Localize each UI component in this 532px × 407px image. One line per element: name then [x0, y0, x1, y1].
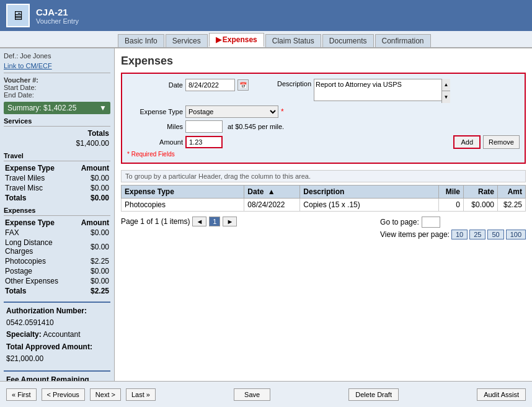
header: 🖥 CJA-21 Voucher Entry: [0, 0, 532, 31]
per-page-50[interactable]: 50: [487, 230, 503, 239]
header-icon: 🖥: [6, 4, 30, 27]
page-next-btn[interactable]: ►: [223, 217, 237, 226]
col-rate: Rate: [464, 186, 498, 199]
description-input[interactable]: Report to Attorney via USPS: [314, 79, 450, 101]
expenses-grid: Expense Type Date ▲ Description Mile Rat…: [121, 185, 526, 212]
row-amt: $2.25: [498, 199, 526, 212]
required-star: *: [281, 107, 284, 116]
per-page-100[interactable]: 100: [506, 230, 526, 239]
row-miles: 0: [439, 199, 464, 212]
row-expense-type: Photocopies: [122, 199, 244, 212]
header-titles: CJA-21 Voucher Entry: [36, 7, 79, 25]
desc-scroll-down[interactable]: ▼: [442, 91, 450, 103]
end-date: End Date:: [4, 91, 110, 99]
tab-basic-info[interactable]: Basic Info: [118, 34, 164, 47]
date-input[interactable]: [185, 79, 235, 91]
per-page-25[interactable]: 25: [469, 230, 485, 239]
save-button[interactable]: Save: [234, 388, 270, 401]
go-to-input[interactable]: [422, 217, 440, 228]
expenses-section: Expenses Expense Type Amount FAX$0.00 Lo…: [4, 207, 110, 297]
pagination: Page 1 of 1 (1 items) ◄ 1 ►: [121, 217, 237, 226]
miles-input[interactable]: [185, 120, 223, 133]
expense-type-label: Expense Type: [127, 108, 183, 115]
tab-confirmation[interactable]: Confirmation: [375, 34, 431, 47]
row-rate: $0.000: [464, 199, 498, 212]
row-date: 08/24/2022: [244, 199, 300, 212]
services-section: Services Totals $1,400.00: [4, 117, 110, 149]
page-title: Expenses: [121, 55, 526, 68]
expense-type-select[interactable]: Postage FAX Long Distance Charges Photoc…: [185, 105, 278, 118]
sidebar: Def.: Joe Jones Link to CM/ECF Voucher #…: [0, 48, 115, 381]
col-date[interactable]: Date ▲: [244, 186, 300, 199]
last-button[interactable]: Last »: [126, 388, 156, 401]
col-mile: Mile: [439, 186, 464, 199]
table-row: Photocopies 08/24/2022 Copies (15 x .15)…: [122, 199, 526, 212]
main-content: Expenses Date 📅 Description Report to At…: [115, 48, 532, 381]
col-description[interactable]: Description: [300, 186, 439, 199]
col-expense-type[interactable]: Expense Type: [122, 186, 244, 199]
delete-draft-button[interactable]: Delete Draft: [348, 388, 399, 401]
miles-label: Miles: [127, 123, 183, 130]
page-prev-btn[interactable]: ◄: [192, 217, 206, 226]
tab-documents[interactable]: Documents: [322, 34, 374, 47]
row-description: Copies (15 x .15): [300, 199, 439, 212]
required-note: * Required Fields: [127, 151, 520, 158]
app-subtitle: Voucher Entry: [36, 17, 79, 25]
add-button[interactable]: Add: [453, 135, 481, 149]
tab-services[interactable]: Services: [166, 34, 208, 47]
fee-box: Fee Amount Remaining After Approved and …: [4, 370, 110, 381]
travel-section: Travel Expense Type Amount Travel Miles …: [4, 152, 110, 204]
def-user: Def.: Joe Jones: [4, 52, 110, 60]
miles-rate-label: at $0.545 per mile.: [228, 123, 284, 130]
voucher-number: Voucher #:: [4, 76, 110, 84]
prev-button[interactable]: < Previous: [42, 388, 85, 401]
first-button[interactable]: « First: [6, 388, 37, 401]
auth-box: Authorization Number: 0542.0591410 Speci…: [4, 302, 110, 367]
amount-input[interactable]: [185, 136, 223, 148]
go-to-label: Go to page:: [380, 218, 419, 226]
bottom-nav: « First < Previous Next > Last » Save De…: [0, 381, 532, 407]
expense-form: Date 📅 Description Report to Attorney vi…: [121, 73, 526, 164]
page-1-btn[interactable]: 1: [209, 217, 220, 226]
tab-claim-status[interactable]: Claim Status: [265, 34, 321, 47]
amount-label: Amount: [127, 138, 183, 146]
col-amt: Amt: [498, 186, 526, 199]
link-ecf[interactable]: Link to CM/ECF: [4, 62, 110, 69]
calendar-icon[interactable]: 📅: [237, 79, 249, 91]
items-per-label: View items per page:: [380, 230, 450, 239]
pagination-text: Page 1 of 1 (1 items): [121, 217, 190, 226]
audit-assist-button[interactable]: Audit Assist: [477, 388, 526, 401]
date-label: Date: [127, 81, 183, 89]
next-button[interactable]: Next >: [90, 388, 121, 401]
sort-arrow: ▲: [268, 187, 275, 196]
per-page-10[interactable]: 10: [451, 230, 468, 239]
desc-scroll-up[interactable]: ▲: [442, 79, 450, 91]
grid-hint: To group by a particular Header, drag th…: [121, 170, 526, 182]
remove-button[interactable]: Remove: [483, 135, 520, 149]
app-name: CJA-21: [36, 7, 79, 17]
start-date: Start Date:: [4, 84, 110, 91]
tab-expenses[interactable]: ▶Expenses: [209, 33, 264, 47]
description-label: Description: [277, 79, 311, 87]
nav-tabs: Basic Info Services ▶Expenses Claim Stat…: [0, 31, 532, 48]
summary-box[interactable]: Summary: $1,402.25 ▼: [4, 102, 110, 114]
